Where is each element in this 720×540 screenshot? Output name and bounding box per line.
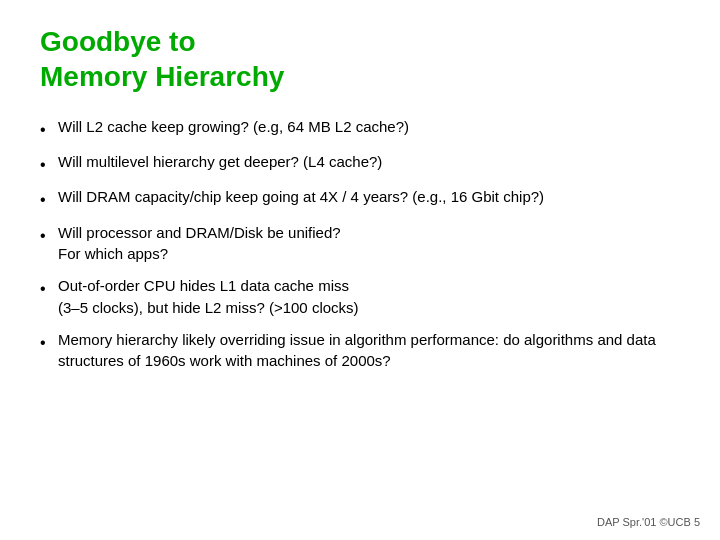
bullet-text: Out-of-order CPU hides L1 data cache mis… (58, 275, 680, 319)
slide-footer: DAP Spr.'01 ©UCB 5 (597, 516, 700, 528)
list-item: •Will DRAM capacity/chip keep going at 4… (40, 186, 680, 211)
slide-title: Goodbye to Memory Hierarchy (40, 24, 680, 94)
list-item: •Out-of-order CPU hides L1 data cache mi… (40, 275, 680, 319)
list-item: •Memory hierarchy likely overriding issu… (40, 329, 680, 373)
bullet-dot-icon: • (40, 224, 58, 247)
bullet-text: Will multilevel hierarchy get deeper? (L… (58, 151, 680, 173)
list-item: •Will multilevel hierarchy get deeper? (… (40, 151, 680, 176)
bullet-text: Will L2 cache keep growing? (e.g, 64 MB … (58, 116, 680, 138)
list-item: •Will L2 cache keep growing? (e.g, 64 MB… (40, 116, 680, 141)
bullet-dot-icon: • (40, 188, 58, 211)
bullet-text: Memory hierarchy likely overriding issue… (58, 329, 680, 373)
bullet-dot-icon: • (40, 331, 58, 354)
bullet-text: Will DRAM capacity/chip keep going at 4X… (58, 186, 680, 208)
bullet-dot-icon: • (40, 153, 58, 176)
list-item: •Will processor and DRAM/Disk be unified… (40, 222, 680, 266)
slide-container: Goodbye to Memory Hierarchy •Will L2 cac… (0, 0, 720, 540)
slide-title-line2: Memory Hierarchy (40, 61, 284, 92)
slide-title-line1: Goodbye to (40, 26, 196, 57)
bullet-dot-icon: • (40, 118, 58, 141)
bullet-dot-icon: • (40, 277, 58, 300)
bullet-text: Will processor and DRAM/Disk be unified?… (58, 222, 680, 266)
bullet-list: •Will L2 cache keep growing? (e.g, 64 MB… (40, 116, 680, 372)
